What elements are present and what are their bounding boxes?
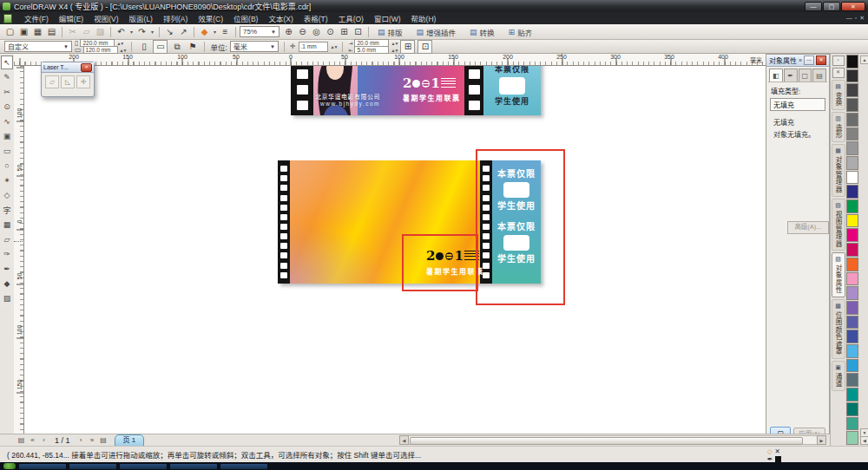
color-swatch[interactable] [846, 417, 858, 431]
separator[interactable] [194, 27, 194, 37]
welcome-dropdown-icon[interactable]: ▾ [212, 26, 218, 38]
detail-tab-icon[interactable]: ▤ [812, 69, 826, 82]
smart-fill-tool[interactable]: ▣ [1, 129, 13, 143]
color-swatch[interactable] [846, 98, 858, 112]
menu-item[interactable]: 编辑(E) [54, 13, 89, 23]
menu-item[interactable]: 文件(F) [19, 13, 54, 23]
color-swatch[interactable] [846, 156, 858, 170]
add-page-icon[interactable]: ▤ [16, 435, 27, 445]
color-swatch[interactable] [846, 228, 858, 242]
doc-restore-icon[interactable]: ▫ [855, 15, 857, 22]
maximize-button[interactable]: ▢ [823, 2, 840, 11]
pick-tool[interactable]: ↖ [1, 55, 13, 69]
docker-expand-icon[interactable]: ▫ [832, 55, 845, 66]
docker-close-icon[interactable]: ✕ [816, 55, 826, 65]
copy-icon[interactable]: ▱ [80, 26, 93, 38]
zoom-width-icon[interactable]: ⊡ [352, 26, 365, 38]
page-preset-combo[interactable]: 自定义 ▼ [4, 41, 72, 52]
first-page-icon[interactable]: « [27, 435, 38, 445]
page-tab[interactable]: 页 1 [115, 434, 145, 447]
color-swatch[interactable] [846, 83, 858, 97]
duplicate-y-field[interactable]: 5.0 mm [354, 46, 389, 54]
separator[interactable] [110, 27, 111, 37]
horizontal-ruler[interactable]: 20015010050050100150200250300350400 毫米 [14, 54, 766, 66]
fill-tool[interactable]: ◆ [1, 277, 13, 290]
snap-options-icon[interactable]: ⊞ [400, 40, 415, 54]
spinner-icon[interactable]: ▲▼ [120, 48, 127, 53]
color-swatch[interactable] [846, 316, 858, 330]
color-swatch[interactable] [846, 55, 858, 69]
spinner-icon[interactable]: ▲▼ [116, 41, 123, 46]
toolbar-plugin-button[interactable]: ▤ 转换 [464, 24, 500, 39]
doc-close-icon[interactable]: ✕ [859, 15, 865, 22]
application-launcher-icon[interactable]: ≡ [219, 26, 232, 38]
open-icon[interactable]: ▣ [17, 26, 30, 38]
toolbar-plugin-button[interactable]: ⊞ 贴齐 [503, 24, 538, 39]
color-swatch[interactable] [846, 258, 858, 271]
fill-type-combo[interactable]: 无填充 [770, 98, 825, 111]
color-swatch[interactable] [846, 402, 858, 416]
welcome-screen-icon[interactable]: ◆ [198, 26, 211, 38]
docker-tab[interactable]: ▩ 位图颜色遮罩 [832, 299, 845, 359]
laser-tool-icon[interactable]: ◺ [61, 75, 75, 88]
color-swatch[interactable] [846, 69, 858, 83]
menu-item[interactable]: 效果(C) [193, 13, 228, 23]
scrollbar-track[interactable] [409, 435, 817, 445]
rectangle-tool[interactable]: ▭ [1, 144, 13, 158]
menu-item[interactable]: 文本(X) [263, 13, 298, 23]
freehand-tool[interactable]: ∿ [1, 114, 13, 128]
all-pages-icon[interactable]: ⧉ [170, 41, 183, 53]
toolbar-plugin-button[interactable]: ▤ 增强插件 [411, 24, 462, 39]
redo-dropdown-icon[interactable]: ▾ [149, 26, 155, 38]
menu-item[interactable]: 排列(A) [158, 13, 193, 23]
taskbar-window-button[interactable] [170, 464, 217, 469]
units-combo[interactable]: 毫米 ▼ [230, 41, 279, 52]
new-icon[interactable]: ▢ [3, 26, 16, 38]
nudge-field[interactable]: .1 mm [299, 42, 328, 52]
zoom-selected-icon[interactable]: ◎ [310, 26, 323, 38]
horizontal-scrollbar[interactable]: ◀ ▶ [399, 435, 826, 445]
ticket-artwork-top[interactable]: 2 1 暑期学生用联票 本票仅限 学生使用 北京华谊电影有限公司 www.bjh… [291, 66, 541, 115]
landscape-icon[interactable]: ▭ [153, 40, 168, 54]
color-swatch[interactable] [846, 171, 858, 185]
undo-icon[interactable]: ↶ [115, 26, 128, 38]
zoom-in-icon[interactable]: ⊕ [282, 26, 295, 38]
portrait-icon[interactable]: ▯ [137, 41, 150, 53]
doc-minimize-icon[interactable]: — [846, 15, 852, 22]
color-swatch[interactable] [846, 243, 858, 257]
menu-item[interactable]: 帮助(H) [406, 13, 442, 23]
undo-dropdown-icon[interactable]: ▾ [128, 26, 135, 38]
crop-tool[interactable]: ✂ [1, 85, 13, 99]
color-swatch[interactable] [846, 301, 858, 315]
toolbar-plugin-button[interactable]: ▤ 排版 [372, 24, 408, 39]
zoom-page-icon[interactable]: ⊞ [338, 26, 351, 38]
spinner-icon[interactable]: ▲▼ [391, 41, 398, 46]
color-swatch[interactable] [846, 330, 858, 343]
outline-tab-icon[interactable]: ✒ [784, 69, 798, 82]
zoom-level-combo[interactable]: 75% ▼ [240, 26, 279, 37]
color-swatch[interactable] [846, 286, 858, 300]
docker-tab[interactable]: ▨ 对象属性 [832, 252, 845, 297]
docker-collapse-icon[interactable]: » [799, 57, 802, 63]
close-button[interactable]: ✕ [841, 2, 865, 11]
color-swatch[interactable] [846, 272, 858, 286]
separator[interactable] [235, 27, 236, 37]
spinner-icon[interactable]: ▲▼ [331, 44, 338, 49]
docker-minimize-icon[interactable]: — [804, 55, 814, 65]
menu-item[interactable]: 位图(B) [228, 13, 263, 23]
menu-item[interactable]: 版面(L) [124, 13, 158, 23]
shape-tool[interactable]: ✎ [1, 70, 13, 84]
color-swatch[interactable] [846, 431, 858, 445]
laser-tool-icon[interactable]: ✛ [76, 75, 90, 88]
cut-icon[interactable]: ✂ [66, 26, 79, 38]
scroll-left-icon[interactable]: ◀ [399, 435, 409, 445]
color-swatch[interactable] [846, 113, 858, 127]
palette-expand-icon[interactable]: ◀ [860, 436, 868, 445]
palette-scroll-up-icon[interactable]: ▲ [860, 55, 868, 64]
eyedropper-tool[interactable]: ✑ [1, 247, 13, 261]
export-icon[interactable]: ↗ [177, 26, 190, 38]
drawing-canvas[interactable]: 2 1 暑期学生用联票 本票仅限 学生使用 北京华谊电影有限公司 www.bjh… [24, 66, 766, 434]
print-icon[interactable]: ▤ [45, 26, 58, 38]
color-swatch[interactable] [846, 127, 858, 141]
color-swatch[interactable] [846, 214, 858, 228]
